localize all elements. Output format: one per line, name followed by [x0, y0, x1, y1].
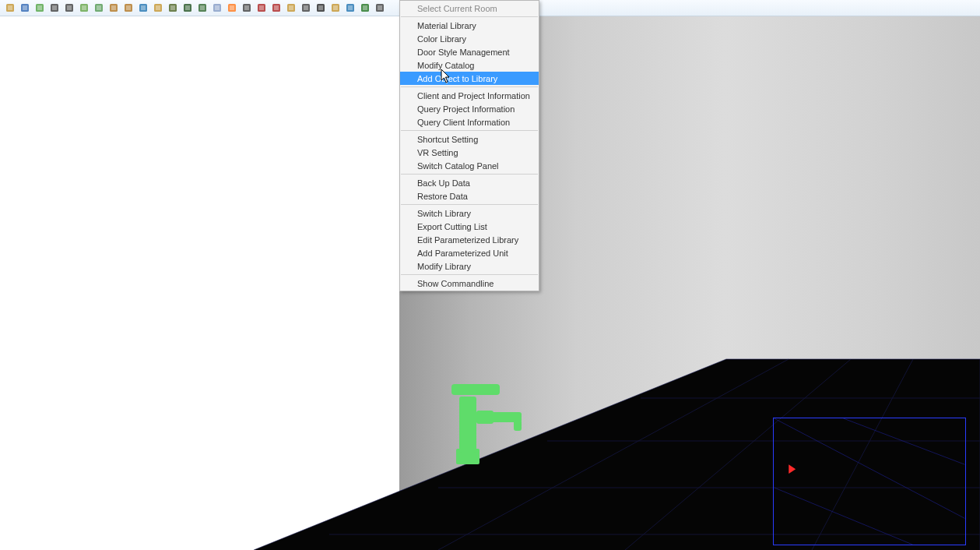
svg-rect-33	[244, 5, 249, 10]
menu-separator	[401, 130, 538, 131]
menu-item-door_style_management[interactable]: Door Style Management	[400, 45, 539, 58]
globe-icon[interactable]	[136, 2, 149, 15]
menu-item-color_library[interactable]: Color Library	[400, 32, 539, 45]
wall-left	[2, 16, 438, 550]
svg-rect-51	[378, 5, 382, 10]
axis-icon[interactable]	[255, 2, 268, 15]
svg-rect-39	[289, 5, 293, 10]
cycle-icon[interactable]	[92, 2, 105, 15]
menu-item-client_project_info[interactable]: Client and Project Information	[400, 89, 539, 102]
svg-rect-11	[82, 5, 86, 10]
svg-rect-27	[200, 5, 205, 10]
menu-separator	[401, 274, 538, 275]
menu-item-select_current_room[interactable]: Select Current Room	[400, 2, 539, 15]
tree-icon[interactable]	[358, 2, 371, 15]
menu-item-restore_data[interactable]: Restore Data	[400, 189, 539, 203]
svg-line-69	[843, 418, 964, 464]
menu-item-export_cutting_list[interactable]: Export Cutting List	[400, 220, 539, 233]
svg-rect-19	[141, 5, 146, 10]
svg-rect-5	[37, 5, 42, 10]
svg-rect-7	[52, 5, 57, 10]
panel2-icon[interactable]	[181, 2, 194, 15]
menu-item-modify_catalog[interactable]: Modify Catalog	[400, 58, 539, 72]
save-icon[interactable]	[18, 2, 31, 15]
svg-rect-1	[8, 5, 12, 10]
menu-separator	[401, 174, 538, 175]
down-icon[interactable]	[240, 2, 253, 15]
node-icon[interactable]	[225, 2, 238, 15]
menu-item-vr_setting[interactable]: VR Setting	[400, 146, 539, 159]
svg-rect-23	[170, 5, 175, 10]
home-icon[interactable]	[107, 2, 120, 15]
svg-rect-25	[185, 5, 190, 10]
menu-item-modify_library[interactable]: Modify Library	[400, 259, 539, 273]
menu-item-edit_param_library[interactable]: Edit Parameterized Library	[400, 233, 539, 246]
menu-item-switch_library[interactable]: Switch Library	[400, 206, 539, 220]
camera-marker-icon	[789, 464, 796, 474]
grid-icon[interactable]	[210, 2, 223, 15]
svg-rect-35	[259, 5, 264, 10]
menu-item-add_param_unit[interactable]: Add Parameterized Unit	[400, 246, 539, 259]
pointer-icon[interactable]	[314, 2, 327, 15]
skip-icon[interactable]	[284, 2, 297, 15]
menu-item-shortcut_setting[interactable]: Shortcut Setting	[400, 132, 539, 146]
svg-rect-45	[333, 5, 338, 10]
menu-item-add_object_to_library[interactable]: Add Object to Library	[400, 72, 539, 85]
svg-rect-15	[111, 5, 116, 10]
menu-separator	[401, 86, 538, 87]
svg-rect-47	[348, 5, 353, 10]
tools-dropdown-menu: Select Current RoomMaterial LibraryColor…	[399, 0, 539, 291]
menu-separator	[401, 204, 538, 205]
up-icon[interactable]	[121, 2, 135, 15]
svg-rect-49	[363, 5, 367, 10]
svg-line-68	[775, 418, 965, 518]
svg-rect-31	[230, 5, 234, 10]
menu-item-material_library[interactable]: Material Library	[400, 19, 539, 32]
svg-rect-29	[215, 5, 220, 10]
svg-rect-3	[23, 5, 27, 10]
svg-rect-21	[156, 5, 160, 10]
open-icon[interactable]	[3, 2, 16, 15]
svg-rect-13	[97, 5, 101, 10]
svg-line-70	[775, 488, 913, 545]
menu-separator	[401, 16, 538, 17]
box-icon[interactable]	[328, 2, 342, 15]
back-icon[interactable]	[373, 2, 386, 15]
earth-icon[interactable]	[343, 2, 357, 15]
panel3-icon[interactable]	[195, 2, 209, 15]
menu-item-switch_catalog_panel[interactable]: Switch Catalog Panel	[400, 159, 539, 172]
minimap[interactable]	[773, 418, 966, 545]
refresh-icon[interactable]	[77, 2, 90, 15]
svg-rect-43	[318, 5, 323, 10]
menu-item-back_up_data[interactable]: Back Up Data	[400, 176, 539, 189]
panel-icon[interactable]	[166, 2, 179, 15]
menu-item-query_project_info[interactable]: Query Project Information	[400, 102, 539, 115]
play-icon[interactable]	[47, 2, 61, 15]
svg-rect-17	[126, 5, 131, 10]
svg-rect-37	[274, 5, 279, 10]
menu-item-query_client_info[interactable]: Query Client Information	[400, 115, 539, 129]
step-icon[interactable]	[62, 2, 76, 15]
run-icon[interactable]	[269, 2, 283, 15]
menu-item-show_commandline[interactable]: Show Commandline	[400, 277, 539, 290]
loop-icon[interactable]	[299, 2, 312, 15]
svg-rect-41	[304, 5, 308, 10]
window-icon[interactable]	[151, 2, 164, 15]
svg-rect-9	[67, 5, 72, 10]
new-icon[interactable]	[33, 2, 46, 15]
